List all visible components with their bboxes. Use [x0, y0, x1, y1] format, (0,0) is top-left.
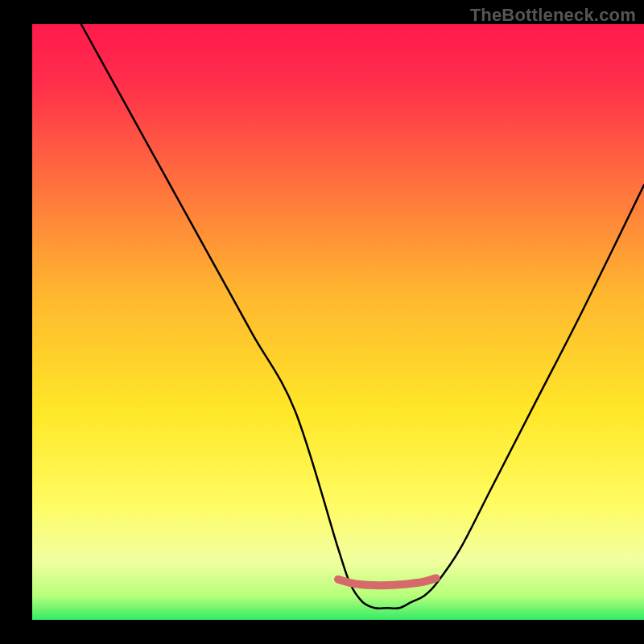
- chart-container: TheBottleneck.com: [0, 0, 644, 644]
- watermark-text: TheBottleneck.com: [470, 5, 636, 26]
- chart-svg: [0, 0, 644, 644]
- plot-area: [32, 24, 644, 620]
